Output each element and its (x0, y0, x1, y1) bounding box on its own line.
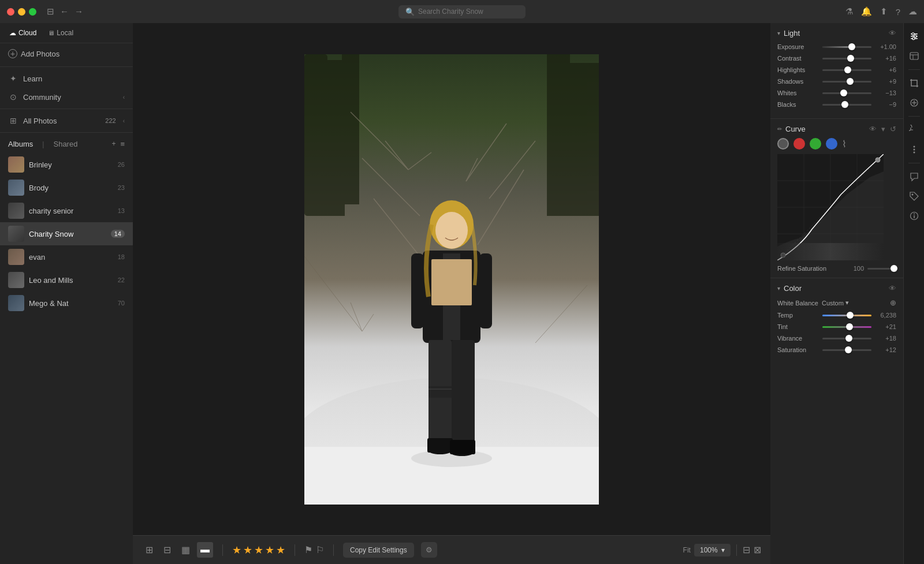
vibrance-thumb[interactable] (845, 335, 852, 342)
search-bar[interactable]: 🔍 (398, 5, 526, 18)
star-3[interactable]: ★ (254, 544, 263, 556)
filter-icon[interactable]: ⚗ (845, 6, 853, 17)
fit-label: Fit (683, 546, 691, 554)
tags-icon[interactable] (906, 188, 923, 205)
copy-edit-settings-button[interactable]: Copy Edit Settings (343, 543, 414, 558)
eyedropper-icon[interactable]: ⊕ (890, 298, 896, 307)
temp-thumb[interactable] (847, 312, 854, 319)
album-item-evan[interactable]: evan 18 (0, 245, 133, 268)
grid-medium-view-btn[interactable]: ⊟ (160, 542, 174, 558)
channel-red-button[interactable] (793, 138, 805, 150)
presets-panel-icon[interactable] (906, 47, 923, 65)
grid-small-view-btn[interactable]: ⊞ (142, 542, 157, 558)
star-1[interactable]: ★ (232, 544, 241, 556)
star-2[interactable]: ★ (243, 544, 252, 556)
highlights-track[interactable] (822, 69, 871, 71)
shadows-thumb[interactable] (847, 78, 854, 85)
search-icon: 🔍 (405, 8, 415, 16)
sidebar-toggle-icon[interactable]: ⊟ (47, 6, 54, 17)
close-button[interactable] (7, 8, 14, 16)
filmstrip-icon[interactable]: ⊟ (743, 544, 750, 555)
saturation-track[interactable] (822, 349, 871, 351)
whites-thumb[interactable] (840, 89, 847, 96)
sidebar-item-all-photos[interactable]: ⊞ All Photos 222 ‹ (0, 111, 133, 130)
heal-tool-icon[interactable] (906, 94, 923, 111)
channel-green-button[interactable] (810, 138, 821, 150)
star-rating[interactable]: ★ ★ ★ ★ ★ (232, 544, 285, 556)
comments-icon[interactable] (906, 168, 923, 185)
shadows-track[interactable] (822, 81, 871, 83)
tint-thumb[interactable] (846, 323, 853, 330)
edit-settings-button[interactable]: ⚙ (421, 542, 437, 558)
detail-view-btn[interactable]: ▬ (197, 542, 213, 558)
curve-expand-icon[interactable]: ▾ (881, 125, 885, 133)
refine-sat-thumb[interactable] (891, 265, 897, 272)
star-5[interactable]: ★ (276, 544, 285, 556)
add-photos-label: Add Photos (21, 50, 59, 58)
color-chevron-icon[interactable]: ▾ (777, 285, 780, 292)
cloud-sync-icon[interactable]: ☁ (908, 6, 917, 17)
saturation-value: +12 (876, 346, 896, 353)
help-icon[interactable]: ? (896, 7, 900, 17)
sort-albums-icon[interactable]: ≡ (120, 140, 125, 148)
info-icon[interactable] (906, 207, 923, 225)
blacks-track[interactable] (822, 104, 871, 106)
highlights-thumb[interactable] (844, 66, 851, 73)
more-options-icon[interactable] (906, 141, 923, 158)
vibrance-track[interactable] (822, 338, 871, 339)
white-balance-dropdown[interactable]: Custom ▾ (822, 299, 849, 307)
blacks-thumb[interactable] (841, 101, 848, 108)
local-tab[interactable]: 🖥 Local (46, 28, 76, 38)
albums-tab[interactable]: Albums (8, 140, 33, 148)
zoom-level[interactable]: 100% ▾ (694, 544, 731, 556)
curve-reset-icon[interactable]: ↺ (890, 125, 896, 133)
bell-icon[interactable]: 🔔 (861, 6, 872, 17)
channel-blue-button[interactable] (826, 138, 837, 150)
crop-tool-icon[interactable] (906, 74, 923, 92)
temp-track[interactable] (822, 315, 871, 316)
whites-track[interactable] (822, 92, 871, 94)
curve-eye-icon[interactable]: 👁 (869, 125, 877, 133)
album-item-leo[interactable]: Leo and Mills 22 (0, 268, 133, 292)
history-icon[interactable] (906, 121, 923, 139)
svg-point-52 (912, 38, 915, 40)
reject-icon[interactable]: ⚐ (316, 544, 324, 555)
exposure-thumb[interactable] (848, 43, 855, 50)
minimize-button[interactable] (18, 8, 25, 16)
tint-track[interactable] (822, 326, 871, 328)
channel-all-button[interactable] (777, 138, 789, 150)
channel-luminance-icon[interactable]: ⌇ (842, 139, 847, 150)
forward-icon[interactable]: → (74, 6, 83, 17)
add-photos-button[interactable]: + Add Photos (0, 43, 133, 64)
back-icon[interactable]: ← (60, 6, 69, 17)
album-item-brody[interactable]: Brody 23 (0, 176, 133, 199)
add-album-icon[interactable]: + (111, 140, 116, 148)
sidebar-item-community[interactable]: ⊙ Community ‹ (0, 88, 133, 106)
curve-graph[interactable] (777, 154, 884, 260)
shared-tab[interactable]: Shared (53, 140, 77, 148)
search-input[interactable] (418, 8, 511, 16)
saturation-thumb[interactable] (845, 346, 852, 353)
album-item-charity-senior[interactable]: charity senior 13 (0, 199, 133, 222)
flag-icon[interactable]: ⚑ (304, 544, 312, 555)
compare-icon[interactable]: ⊠ (754, 544, 761, 555)
album-item-charity-snow[interactable]: Charity Snow 14 (0, 222, 133, 245)
contrast-track[interactable] (822, 58, 871, 59)
exposure-track[interactable] (822, 46, 871, 48)
album-item-mego[interactable]: Mego & Nat 70 (0, 292, 133, 315)
contrast-thumb[interactable] (847, 55, 854, 62)
color-visibility-icon[interactable]: 👁 (889, 284, 896, 293)
cloud-tab[interactable]: ☁ Cloud (7, 28, 39, 38)
grid-large-view-btn[interactable]: ▦ (178, 542, 193, 558)
sidebar-item-learn[interactable]: ✦ Learn (0, 69, 133, 88)
maximize-button[interactable] (29, 8, 36, 16)
refine-sat-track[interactable] (867, 268, 896, 270)
share-icon[interactable]: ⬆ (880, 6, 888, 17)
svg-rect-3 (342, 54, 359, 204)
star-4[interactable]: ★ (265, 544, 274, 556)
light-chevron-icon[interactable]: ▾ (777, 30, 780, 36)
photo-container[interactable] (304, 54, 599, 505)
album-item-brinley[interactable]: Brinley 26 (0, 153, 133, 176)
adjustments-panel-icon[interactable] (906, 28, 923, 45)
light-visibility-icon[interactable]: 👁 (889, 29, 896, 38)
